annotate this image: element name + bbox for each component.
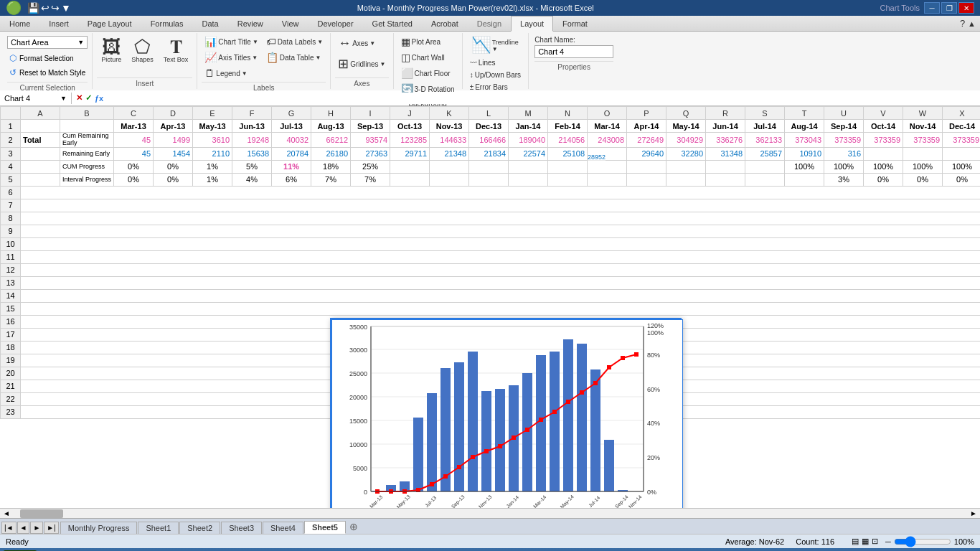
cell-p5[interactable] xyxy=(627,173,666,186)
cell-r3[interactable]: 31348 xyxy=(706,147,745,160)
col-header-r[interactable]: R xyxy=(706,107,745,120)
tab-layout[interactable]: Layout xyxy=(511,16,553,32)
tab-get-started[interactable]: Get Started xyxy=(363,16,422,31)
cell-f4[interactable]: 5% xyxy=(232,160,272,173)
minimize-button[interactable]: ─ xyxy=(924,2,940,14)
cell-w5[interactable]: 0% xyxy=(903,173,943,186)
scroll-right-button[interactable]: ► xyxy=(967,509,980,517)
confirm-formula-icon[interactable]: ✓ xyxy=(85,93,92,103)
name-box-arrow[interactable]: ▼ xyxy=(60,95,67,102)
cell-s4[interactable] xyxy=(745,160,785,173)
cell-o1[interactable]: Mar-14 xyxy=(588,120,627,133)
tab-first-button[interactable]: |◄ xyxy=(1,522,17,534)
close-button[interactable]: ✕ xyxy=(958,2,974,14)
cell-v4[interactable]: 100% xyxy=(864,160,903,173)
col-header-p[interactable]: P xyxy=(627,107,666,120)
cell-d1[interactable]: Apr-13 xyxy=(154,120,193,133)
cell-r1[interactable]: Jun-14 xyxy=(706,120,745,133)
function-icon[interactable]: ƒx xyxy=(95,94,103,103)
col-header-k[interactable]: K xyxy=(430,107,469,120)
cell-u4[interactable]: 100% xyxy=(824,160,864,173)
col-header-f[interactable]: F xyxy=(232,107,272,120)
data-labels-arrow[interactable]: ▼ xyxy=(317,39,323,45)
cell-d4[interactable]: 0% xyxy=(154,160,193,173)
cell-m2[interactable]: 189040 xyxy=(509,133,548,148)
cell-a4[interactable] xyxy=(21,160,60,173)
zoom-slider[interactable] xyxy=(894,536,951,547)
cell-a3[interactable] xyxy=(21,147,60,160)
cell-b2[interactable]: Cum Remaining Early xyxy=(60,133,114,148)
cell-t3[interactable]: 10910 xyxy=(785,147,824,160)
cell-d5[interactable]: 0% xyxy=(154,173,193,186)
cell-e1[interactable]: May-13 xyxy=(193,120,232,133)
axes-arrow[interactable]: ▼ xyxy=(369,40,375,47)
col-header-h[interactable]: H xyxy=(311,107,351,120)
ribbon-minimize-icon[interactable]: ▲ xyxy=(968,19,976,28)
col-header-w[interactable]: W xyxy=(903,107,943,120)
cell-x5[interactable]: 0% xyxy=(943,173,980,186)
cell-g4[interactable]: 11% xyxy=(272,160,311,173)
cell-e2[interactable]: 3610 xyxy=(193,133,232,148)
cell-r4[interactable] xyxy=(706,160,745,173)
reset-match-style-button[interactable]: ↺ Reset to Match Style xyxy=(7,66,88,79)
data-labels-button[interactable]: 🏷 Data Labels ▼ xyxy=(263,34,326,49)
cell-f5[interactable]: 4% xyxy=(232,173,272,186)
cell-k4[interactable] xyxy=(430,160,469,173)
cell-g3[interactable]: 20784 xyxy=(272,147,311,160)
col-header-v[interactable]: V xyxy=(864,107,903,120)
cell-s2[interactable]: 362133 xyxy=(745,133,785,148)
cell-a5[interactable] xyxy=(21,173,60,186)
cell-x2[interactable]: 373359 xyxy=(943,133,980,148)
cell-m5[interactable] xyxy=(509,173,548,186)
cell-g5[interactable]: 6% xyxy=(272,173,311,186)
text-box-button[interactable]: 𝐓 Text Box xyxy=(159,34,193,66)
cell-c2[interactable]: 45 xyxy=(114,133,154,148)
cancel-formula-icon[interactable]: ✕ xyxy=(76,93,83,103)
col-header-q[interactable]: Q xyxy=(666,107,706,120)
cell-r2[interactable]: 336276 xyxy=(706,133,745,148)
restore-button[interactable]: ❐ xyxy=(941,2,957,14)
cell-n3[interactable]: 25108 xyxy=(548,147,588,160)
cell-a2[interactable]: Total xyxy=(21,133,60,148)
cell-h2[interactable]: 66212 xyxy=(311,133,351,148)
cell-i1[interactable]: Sep-13 xyxy=(351,120,390,133)
cell-u1[interactable]: Sep-14 xyxy=(824,120,864,133)
cell-s5[interactable] xyxy=(745,173,785,186)
cell-g2[interactable]: 40032 xyxy=(272,133,311,148)
cell-j5[interactable] xyxy=(390,173,430,186)
cell-v3[interactable] xyxy=(864,147,903,160)
cell-f3[interactable]: 15638 xyxy=(232,147,272,160)
cell-a1[interactable] xyxy=(21,120,60,133)
cell-n4[interactable] xyxy=(548,160,588,173)
up-down-bars-button[interactable]: ↕ Up/Down Bars xyxy=(467,70,524,80)
cell-w2[interactable]: 373359 xyxy=(903,133,943,148)
cell-o4[interactable] xyxy=(588,160,627,173)
col-header-m[interactable]: M xyxy=(509,107,548,120)
cell-d3[interactable]: 1454 xyxy=(154,147,193,160)
cell-k1[interactable]: Nov-13 xyxy=(430,120,469,133)
cell-w1[interactable]: Nov-14 xyxy=(903,120,943,133)
cell-q2[interactable]: 304929 xyxy=(666,133,706,148)
cell-n1[interactable]: Feb-14 xyxy=(548,120,588,133)
cell-w4[interactable]: 100% xyxy=(903,160,943,173)
cell-c4[interactable]: 0% xyxy=(114,160,154,173)
cell-e5[interactable]: 1% xyxy=(193,173,232,186)
cell-v2[interactable]: 373359 xyxy=(864,133,903,148)
trendline-arrow[interactable]: ▼ xyxy=(492,46,498,52)
cell-c3[interactable]: 45 xyxy=(114,147,154,160)
col-header-e[interactable]: E xyxy=(193,107,232,120)
legend-button[interactable]: 🗒 Legend ▼ xyxy=(202,66,261,80)
sheet-tab-sheet5[interactable]: Sheet5 xyxy=(304,521,346,534)
picture-button[interactable]: 🖼 Picture xyxy=(97,34,126,66)
cell-l4[interactable] xyxy=(469,160,509,173)
cell-n5[interactable] xyxy=(548,173,588,186)
col-header-g[interactable]: G xyxy=(272,107,311,120)
plot-area-button[interactable]: ▦ Plot Area xyxy=(398,34,444,49)
tab-design[interactable]: Design xyxy=(468,16,511,31)
tab-view[interactable]: View xyxy=(273,16,308,31)
cell-c1[interactable]: Mar-13 xyxy=(114,120,154,133)
chart-floor-button[interactable]: ⬜ Chart Floor xyxy=(398,66,453,80)
shapes-button[interactable]: ⬠ Shapes xyxy=(127,34,158,66)
cell-q3[interactable]: 32280 xyxy=(666,147,706,160)
cell-q4[interactable] xyxy=(666,160,706,173)
